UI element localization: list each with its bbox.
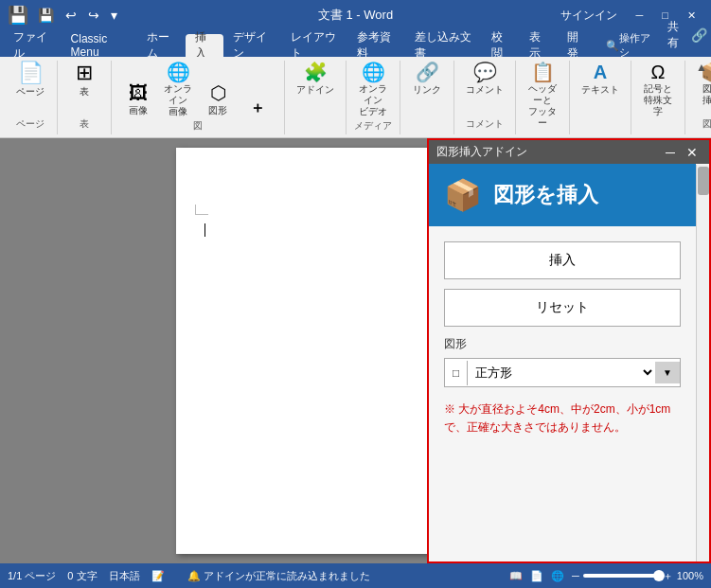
ribbon-group-label-comment: コメント xyxy=(466,117,504,134)
text-icon: A xyxy=(594,62,607,81)
status-lang: 日本語 xyxy=(109,569,140,583)
status-left: 1/1 ページ 0 文字 日本語 📝 🔔 アドインが正常に読み込まれました xyxy=(8,569,370,583)
addin-scrollbar[interactable] xyxy=(696,165,709,561)
text-cursor xyxy=(204,223,205,237)
tab-review[interactable]: 校閲 xyxy=(482,34,520,57)
addin-insert-button[interactable]: 挿入 xyxy=(444,241,681,279)
ribbon-btn-header-footer[interactable]: 📋 ヘッダーとフッター xyxy=(524,61,561,131)
zoom-out-icon[interactable]: ─ xyxy=(572,570,579,581)
addin-header-title: 図形を挿入 xyxy=(493,181,598,209)
ribbon-btn-shapes[interactable]: ⬡ 図形 xyxy=(199,81,237,119)
title-bar: 💾 💾 ↩ ↪ ▾ 文書 1 - Word サインイン ─ □ ✕ xyxy=(0,0,711,30)
addin-shape-select[interactable]: 正方形 円 三角形 xyxy=(468,359,655,386)
ribbon-btn-image[interactable]: 🖼 画像 xyxy=(119,81,157,119)
status-notify: 🔔 アドインが正常に読み込まれました xyxy=(187,569,370,583)
signin-button[interactable]: サインイン xyxy=(560,8,617,24)
tab-file[interactable]: ファイル xyxy=(4,34,62,57)
addin-panel: 図形挿入アドイン ─ ✕ 📦 図形を挿入 挿入 リセット xyxy=(427,138,711,563)
tab-references[interactable]: 参考資料 xyxy=(347,34,405,57)
online-image-icon: 🌐 xyxy=(167,62,190,81)
addin-scroll-thumb[interactable] xyxy=(698,167,709,195)
shapes-icon: ⬡ xyxy=(210,83,226,102)
zoom-slider[interactable] xyxy=(583,574,659,578)
tab-developer[interactable]: 開発 xyxy=(558,34,595,57)
ribbon-group-label-media: メディア xyxy=(354,119,392,136)
status-right: 📖 📄 🌐 ─ ＋ 100% xyxy=(509,569,703,583)
notify-icon: 🔔 xyxy=(187,570,201,581)
tab-layout[interactable]: レイアウト xyxy=(281,34,348,57)
margin-indicator-v xyxy=(195,205,196,214)
addin-pin-button[interactable]: ─ xyxy=(662,145,679,160)
tab-design[interactable]: デザイン xyxy=(223,34,281,57)
ribbon-group-pages: 📄 ページ ページ xyxy=(4,61,58,134)
tab-view[interactable]: 表示 xyxy=(520,34,558,57)
addin-reset-button[interactable]: リセット xyxy=(444,289,681,327)
zoom-level: 100% xyxy=(677,570,703,581)
addin-content: 📦 図形を挿入 挿入 リセット 図形 □ 正方形 円 三角形 xyxy=(429,164,709,561)
addin-select-arrow-icon[interactable]: ▼ xyxy=(655,362,680,383)
ribbon-btn-text[interactable]: A テキスト xyxy=(578,61,623,98)
ribbon-group-table: ⊞ 表 表 xyxy=(58,61,112,134)
link-icon: 🔗 xyxy=(416,62,439,81)
ribbon-group-images: 🖼 画像 🌐 オンライン画像 ⬡ 図形 ＋ 図 xyxy=(112,61,285,134)
margin-indicator xyxy=(195,214,208,215)
tab-mailings[interactable]: 差し込み文書 xyxy=(405,34,482,57)
ribbon-group-media: 🌐 オンラインビデオ メディア xyxy=(347,61,400,134)
ribbon-group-label-shape-insert: 図形 xyxy=(702,117,711,134)
read-mode-icon[interactable]: 📖 xyxy=(509,570,523,582)
tab-assist[interactable]: 🔍 操作アシ xyxy=(596,34,662,57)
ribbon-btn-online-video[interactable]: 🌐 オンラインビデオ xyxy=(354,61,392,119)
minimize-button[interactable]: ─ xyxy=(629,8,651,23)
tab-home[interactable]: ホーム xyxy=(137,34,185,57)
ribbon-btn-symbol[interactable]: Ω 記号と特殊文字 xyxy=(639,61,677,119)
qa-dropdown-icon[interactable]: ▾ xyxy=(107,6,121,25)
ribbon-group-text: A テキスト xyxy=(570,61,631,134)
share-button[interactable]: 共有 xyxy=(662,17,687,53)
ribbon-group-comment: 💬 コメント コメント xyxy=(454,61,516,134)
ribbon-btn-addin[interactable]: 🧩 アドイン xyxy=(293,61,338,98)
zoom-thumb xyxy=(653,570,665,581)
ribbon-btn-more[interactable]: ＋ xyxy=(239,98,276,119)
status-words: 0 文字 xyxy=(67,569,97,583)
ribbon-group-label-table: 表 xyxy=(80,117,89,134)
addin-close-button[interactable]: ✕ xyxy=(683,145,702,160)
word-icon: 💾 xyxy=(8,5,28,26)
page-icon: 📄 xyxy=(18,62,44,83)
undo-icon[interactable]: ↩ xyxy=(62,6,80,25)
ribbon-btn-comment[interactable]: 💬 コメント xyxy=(462,61,507,98)
redo-icon[interactable]: ↪ xyxy=(84,6,103,25)
print-layout-icon[interactable]: 📄 xyxy=(530,570,543,582)
image-icon: 🖼 xyxy=(129,83,148,102)
web-layout-icon[interactable]: 🌐 xyxy=(551,570,564,582)
status-lang-icon: 📝 xyxy=(151,570,165,582)
symbol-icon: Ω xyxy=(651,62,666,81)
tab-insert[interactable]: 挿入 xyxy=(186,34,223,57)
addin-header-icon: 📦 xyxy=(444,177,482,213)
ribbon-btn-online-image[interactable]: 🌐 オンライン画像 xyxy=(159,61,197,119)
table-icon: ⊞ xyxy=(76,62,93,83)
addin-note: ※ 大が直径およそ4cm、中が2cm、小が1cmで、正確な大きさではありません。 xyxy=(444,401,681,437)
ribbon-btn-link[interactable]: 🔗 リンク xyxy=(408,61,446,98)
save-icon[interactable]: 💾 xyxy=(34,6,58,25)
addin-header: 📦 図形を挿入 xyxy=(429,164,696,226)
ribbon-collapse-button[interactable]: ▲ xyxy=(696,61,707,74)
ribbon-group-symbol: Ω 記号と特殊文字 xyxy=(631,61,685,134)
search-icon: 🔍 xyxy=(606,40,619,52)
ribbon-btn-table[interactable]: ⊞ 表 xyxy=(65,61,103,100)
share-icon: 🔗 xyxy=(691,27,707,43)
ribbon-tabs: ファイル Classic Menu ホーム 挿入 デザイン レイアウト 参考資料… xyxy=(0,30,711,57)
addin-select-wrapper: □ 正方形 円 三角形 ▼ xyxy=(444,358,681,387)
ribbon-group-label-pages: ページ xyxy=(16,117,44,134)
comment-icon: 💬 xyxy=(473,62,497,81)
window-title: 文書 1 - Word xyxy=(318,7,393,24)
addin-field-label: 図形 xyxy=(444,336,681,352)
status-page: 1/1 ページ xyxy=(8,569,56,583)
more-icon: ＋ xyxy=(250,100,265,116)
status-zoom: ─ ＋ 100% xyxy=(572,569,703,583)
ribbon-group-link: 🔗 リンク xyxy=(400,61,454,134)
tab-classic-menu[interactable]: Classic Menu xyxy=(62,34,138,57)
ribbon-btn-page[interactable]: 📄 ページ xyxy=(11,61,49,100)
ribbon-content: 📄 ページ ページ ⊞ 表 表 🖼 画像 🌐 オンライン画像 xyxy=(0,57,711,138)
addin-select-checkbox-icon: □ xyxy=(445,361,468,385)
quick-access-toolbar: 💾 ↩ ↪ ▾ xyxy=(34,6,121,25)
